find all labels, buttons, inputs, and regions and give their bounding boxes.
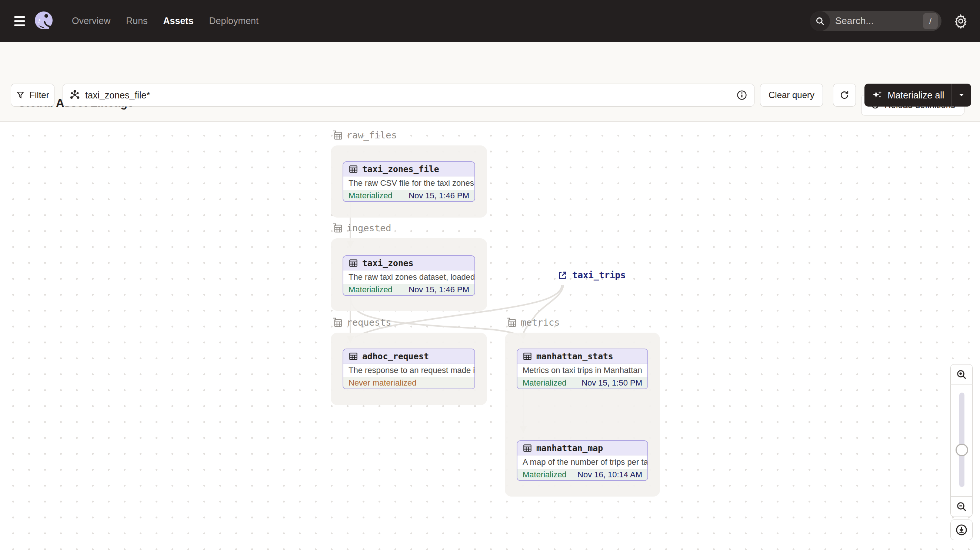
table-icon — [522, 443, 532, 453]
asset-description: Metrics on taxi trips in Manhattan — [517, 364, 647, 377]
search-shortcut-badge: / — [923, 13, 938, 29]
status-badge: Materialized — [349, 285, 393, 295]
group-label-requests[interactable]: requests — [332, 317, 391, 328]
sparkles-icon — [872, 90, 883, 101]
table-icon — [522, 351, 532, 361]
lineage-canvas[interactable]: raw_files ingested requests metrics taxi… — [0, 122, 980, 558]
materialize-all-button[interactable]: Materialize all — [865, 84, 971, 107]
zoom-out-button[interactable] — [950, 497, 973, 517]
asset-description: The raw CSV file for the taxi zones dat.… — [343, 177, 474, 190]
asset-name: adhoc_request — [362, 351, 429, 361]
chevron-down-icon — [958, 91, 965, 99]
asset-description: A map of the number of trips per taxi z.… — [517, 456, 647, 469]
asset-description: The raw taxi zones dataset, loaded int..… — [343, 271, 474, 284]
download-icon — [955, 524, 968, 536]
status-badge: Materialized — [349, 191, 393, 200]
page-header: Global Asset Lineage Reload definitions … — [0, 42, 980, 122]
query-info-icon[interactable] — [736, 90, 748, 101]
filter-button[interactable]: Filter — [11, 84, 54, 107]
table-icon — [349, 164, 358, 174]
global-search-input[interactable]: Search... / — [810, 11, 942, 31]
table-icon — [349, 351, 358, 361]
table-icon — [349, 258, 358, 268]
asset-node-taxi-zones-file[interactable]: taxi_zones_file The raw CSV file for the… — [343, 161, 475, 202]
top-nav-bar: Overview Runs Assets Deployment Search..… — [0, 0, 980, 42]
settings-gear-icon[interactable] — [953, 13, 969, 29]
download-graph-button[interactable] — [950, 520, 973, 540]
asset-name: taxi_zones_file — [362, 164, 439, 174]
zoom-out-icon — [956, 501, 967, 512]
status-badge: Materialized — [522, 378, 567, 388]
asset-group-icon — [332, 222, 343, 233]
zoom-controls — [950, 364, 973, 517]
asset-group-icon — [332, 317, 343, 328]
zoom-slider-thumb[interactable] — [955, 444, 968, 456]
asset-description: The response to an request made in th... — [343, 364, 474, 377]
asset-group-icon — [506, 317, 517, 328]
nav-item-deployment[interactable]: Deployment — [209, 16, 259, 26]
materialization-timestamp: Nov 15, 1:46 PM — [408, 191, 469, 200]
group-label-metrics[interactable]: metrics — [506, 317, 560, 328]
asset-name: manhattan_stats — [536, 351, 613, 361]
zoom-in-button[interactable] — [950, 364, 973, 384]
status-badge: Materialized — [522, 470, 567, 479]
nav-item-runs[interactable]: Runs — [126, 16, 147, 26]
asset-name: manhattan_map — [536, 443, 603, 453]
search-placeholder: Search... — [835, 15, 923, 27]
zoom-slider[interactable] — [950, 384, 973, 497]
primary-nav: Overview Runs Assets Deployment — [72, 16, 259, 26]
search-icon — [810, 11, 830, 31]
clear-query-button[interactable]: Clear query — [760, 84, 823, 107]
refresh-icon — [839, 90, 850, 100]
lineage-edges — [0, 122, 980, 558]
asset-name: taxi_zones — [362, 258, 413, 268]
group-label-ingested[interactable]: ingested — [332, 222, 391, 233]
external-link-icon — [557, 271, 567, 281]
asset-node-manhattan-map[interactable]: manhattan_map A map of the number of tri… — [517, 440, 648, 481]
asset-group-icon — [332, 130, 343, 141]
hamburger-menu-icon[interactable] — [14, 16, 25, 26]
materialization-timestamp: Nov 15, 1:46 PM — [408, 285, 469, 295]
asset-node-manhattan-stats[interactable]: manhattan_stats Metrics on taxi trips in… — [517, 349, 648, 389]
materialization-timestamp: Nov 16, 10:14 AM — [577, 470, 642, 479]
asset-query-input[interactable] — [85, 90, 736, 101]
status-badge: Never materialized — [349, 378, 416, 388]
nav-item-assets[interactable]: Assets — [163, 16, 194, 26]
asset-node-taxi-zones[interactable]: taxi_zones The raw taxi zones dataset, l… — [343, 255, 475, 296]
zoom-in-icon — [956, 369, 967, 380]
external-asset-taxi-trips[interactable]: taxi_trips — [557, 270, 626, 281]
group-label-raw-files[interactable]: raw_files — [332, 130, 397, 141]
asset-node-adhoc-request[interactable]: adhoc_request The response to an request… — [343, 349, 475, 389]
materialization-timestamp: Nov 15, 1:50 PM — [581, 378, 642, 388]
filter-funnel-icon — [16, 91, 25, 100]
materialize-options-caret[interactable] — [952, 84, 971, 107]
nav-item-overview[interactable]: Overview — [72, 16, 110, 26]
asset-selector-icon — [70, 90, 80, 100]
asset-query-field — [63, 84, 754, 107]
dagster-logo-icon[interactable] — [33, 10, 55, 32]
zoom-slider-track[interactable] — [959, 392, 964, 487]
refresh-graph-button[interactable] — [833, 84, 856, 107]
